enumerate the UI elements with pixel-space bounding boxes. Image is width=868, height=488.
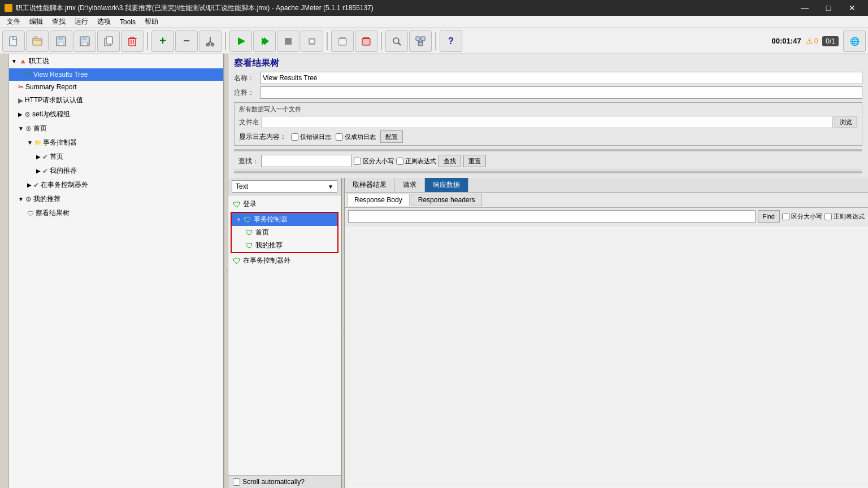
find-input[interactable] — [348, 210, 756, 223]
toolbar-clearall-btn[interactable] — [355, 30, 377, 52]
search-button[interactable]: 查找 — [439, 155, 461, 167]
toolbar-copy-btn[interactable] — [97, 30, 120, 52]
timer-display: 00:01:47 — [772, 37, 801, 45]
hp-label: 首页 — [50, 152, 63, 162]
denglu-icon: 🛡 — [233, 200, 241, 209]
success-log-checkbox[interactable] — [336, 133, 343, 141]
error-log-label[interactable]: 仅错误日志 — [291, 133, 331, 141]
resize-handle-top[interactable] — [234, 149, 862, 151]
toolbar-stop-btn[interactable] — [277, 30, 300, 52]
tree-node-root[interactable]: ▼ 🔺 职工说 — [9, 54, 223, 68]
toolbar-delete-btn[interactable] — [121, 30, 144, 52]
http-label: HTTP请求默认认值 — [25, 95, 83, 105]
find-regex-checkbox[interactable] — [824, 213, 832, 220]
resize-handle-left[interactable]: ⋮ — [224, 54, 228, 488]
menu-find[interactable]: 查找 — [47, 16, 70, 28]
toolbar-startnc-btn[interactable] — [253, 30, 276, 52]
toolbar-shutdown-btn[interactable] — [301, 30, 323, 52]
tab-request[interactable]: 请求 — [395, 178, 425, 192]
toolbar-remove-btn[interactable]: − — [175, 30, 198, 52]
dropdown-selected: Text — [236, 182, 248, 190]
status-badge: 0/1 — [822, 36, 839, 46]
sidebar-item-transaction-ctrl[interactable]: ▼ 📁 事务控制器 — [9, 136, 223, 150]
sidebar-item-setup-group[interactable]: ▶ ⚙ setUp线程组 — [9, 107, 223, 121]
menu-run[interactable]: 运行 — [70, 16, 93, 28]
minimize-button[interactable]: — — [793, 0, 816, 16]
red-box: ▼ 🛡 事务控制器 🛡 首页 🛡 我的推荐 — [231, 212, 338, 253]
config-button[interactable]: 配置 — [380, 130, 403, 143]
sidebar-item-summary-report[interactable]: ✂ Summary Report — [9, 81, 223, 93]
toolbar-save-btn[interactable] — [50, 30, 72, 52]
sidebar-item-main-group[interactable]: ▼ ⚙ 首页 — [9, 121, 223, 136]
regex-checkbox[interactable] — [396, 158, 403, 165]
toolbar-add-btn[interactable]: + — [151, 30, 174, 52]
error-log-text: 仅错误日志 — [300, 133, 331, 141]
find-case-checkbox[interactable] — [782, 213, 789, 220]
sidebar-item-homepage[interactable]: ▶ ✔ 首页 — [9, 150, 223, 164]
svg-rect-2 — [34, 37, 37, 38]
comment-input[interactable] — [260, 86, 862, 99]
svg-marker-20 — [238, 37, 245, 45]
menu-help[interactable]: 帮助 — [140, 16, 163, 28]
menu-options[interactable]: 选项 — [93, 16, 115, 28]
sidebar-item-view-results-tree[interactable]: 🛡 View Results Tree — [9, 68, 223, 81]
toolbar-open-btn[interactable] — [26, 30, 49, 52]
tab-response-data[interactable]: 响应数据 — [425, 178, 468, 192]
find-case-label[interactable]: 区分大小写 — [782, 212, 822, 221]
result-item-shiwu[interactable]: ▼ 🛡 事务控制器 — [232, 213, 337, 226]
result-item-denglu[interactable]: 🛡 登录 — [228, 198, 341, 211]
toolbar-search-btn[interactable] — [385, 30, 408, 52]
text-dropdown[interactable]: Text ▼ — [232, 180, 337, 193]
svg-marker-22 — [264, 37, 269, 45]
dropdown-arrow-icon: ▼ — [328, 184, 333, 190]
maximize-button[interactable]: □ — [817, 0, 840, 16]
result-item-shouye[interactable]: 🛡 首页 — [232, 226, 337, 239]
setup-icon: ⚙ — [24, 111, 31, 119]
close-button[interactable]: ✕ — [841, 0, 863, 16]
right-panel: 察看结果树 名称： 注释： 所有数据写入一个文件 文件名 浏览 — [228, 54, 868, 488]
search-input[interactable] — [261, 155, 351, 167]
toolbar-help-btn[interactable]: ? — [440, 30, 462, 52]
tab-sampler-result[interactable]: 取样器结果 — [345, 178, 395, 192]
case-sensitive-label[interactable]: 区分大小写 — [354, 157, 394, 165]
root-expand-icon: ▼ — [11, 58, 17, 64]
log-label: 显示日志内容： — [239, 132, 287, 142]
find-button[interactable]: Find — [758, 210, 780, 223]
subtab-response-body[interactable]: Response Body — [347, 194, 410, 206]
find-regex-label[interactable]: 正则表达式 — [824, 212, 865, 221]
reset-button[interactable]: 重置 — [463, 155, 486, 167]
menu-tools[interactable]: Tools — [115, 16, 140, 28]
toolbar-network-btn[interactable]: 🌐 — [843, 30, 866, 52]
toolbar-merge-btn[interactable] — [409, 30, 432, 52]
sidebar-item-http-defaults[interactable]: ▶ HTTP请求默认认值 — [9, 93, 223, 107]
scroll-auto-checkbox[interactable] — [233, 478, 240, 486]
vrt-title: 察看结果树 — [234, 58, 862, 69]
sidebar-item-outside-ctrl[interactable]: ▶ ✔ 在事务控制器外 — [9, 178, 223, 192]
resize-handle-mid[interactable] — [234, 171, 862, 173]
browse-button[interactable]: 浏览 — [835, 116, 857, 128]
toolbar-sep-1 — [147, 32, 148, 50]
subtab-response-headers[interactable]: Response headers — [411, 194, 483, 206]
sidebar-item-my-recommend2[interactable]: ▼ ⚙ 我的推荐 — [9, 192, 223, 206]
toolbar-clear-btn[interactable] — [331, 30, 354, 52]
result-item-wode-tj[interactable]: 🛡 我的推荐 — [232, 239, 337, 252]
error-log-checkbox[interactable] — [291, 133, 298, 141]
toolbar-new-btn[interactable] — [2, 30, 25, 52]
toolbar-cut-btn[interactable] — [199, 30, 222, 52]
case-sensitive-checkbox[interactable] — [354, 158, 361, 165]
root-folder-icon: 🔺 — [19, 58, 27, 66]
menu-file[interactable]: 文件 — [2, 16, 25, 28]
result-item-outside[interactable]: 🛡 在事务控制器外 — [228, 254, 341, 267]
root-label: 职工说 — [29, 56, 49, 66]
toolbar-start-btn[interactable] — [229, 30, 252, 52]
shiwu-icon: 🛡 — [244, 215, 251, 224]
regex-label[interactable]: 正则表达式 — [396, 157, 436, 165]
name-input[interactable] — [260, 72, 862, 84]
success-log-label[interactable]: 仅成功日志 — [336, 133, 376, 141]
sidebar-item-view-results-tree2[interactable]: 🛡 察看结果树 — [9, 206, 223, 220]
file-input[interactable] — [262, 116, 832, 128]
sidebar-item-my-recommend[interactable]: ▶ ✔ 我的推荐 — [9, 164, 223, 178]
toolbar-saveas-btn[interactable]: * — [73, 30, 96, 52]
find-bar: Find 区分大小写 正则表达式 — [345, 208, 868, 225]
menu-edit[interactable]: 编辑 — [25, 16, 47, 28]
